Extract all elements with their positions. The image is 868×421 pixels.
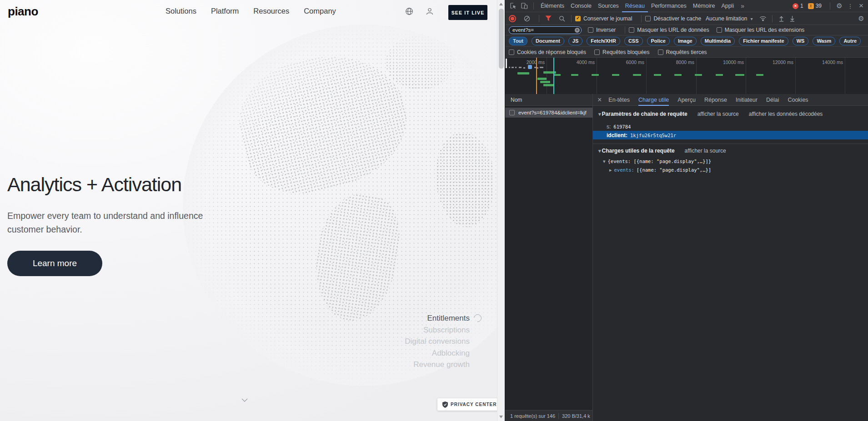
- detail-tab-payload[interactable]: Charge utile: [638, 94, 669, 106]
- chip-font[interactable]: Police: [647, 37, 670, 45]
- expand-arrow-icon[interactable]: [598, 111, 601, 117]
- scrollbar-up-arrow[interactable]: [499, 3, 503, 5]
- unchecked-checkbox-icon: [594, 50, 600, 55]
- kebab-menu-icon[interactable]: [845, 1, 856, 10]
- site-header: piano Solutions Platform Resources Compa…: [0, 0, 505, 22]
- unchecked-checkbox-icon[interactable]: [509, 110, 515, 115]
- hide-data-urls-checkbox[interactable]: Masquer les URL de données: [629, 27, 709, 33]
- detail-tab-response[interactable]: Réponse: [704, 94, 727, 106]
- site-nav: Solutions Platform Resources Company: [166, 0, 336, 22]
- overview-drag-handle[interactable]: [506, 59, 507, 68]
- detail-tab-timing[interactable]: Délai: [766, 94, 779, 106]
- payload-json-root[interactable]: {events: [{name: "page.display",…}]}: [603, 158, 711, 164]
- page-scrollbar[interactable]: [497, 0, 505, 421]
- preserve-log-checkbox[interactable]: Conserver le journal: [575, 15, 632, 22]
- request-payload-section-header[interactable]: Charges utiles de la requête afficher la…: [598, 148, 726, 154]
- chip-media[interactable]: Multimédia: [701, 37, 735, 45]
- device-toolbar-icon[interactable]: [519, 1, 530, 10]
- chip-document[interactable]: Document: [532, 37, 564, 45]
- view-source-link[interactable]: afficher la source: [685, 148, 726, 154]
- account-person-icon[interactable]: [426, 7, 434, 15]
- scrollbar-down-arrow[interactable]: [499, 416, 503, 418]
- blocked-response-cookies-checkbox[interactable]: Cookies de réponse bloqués: [509, 49, 586, 55]
- tab-application[interactable]: Appli: [718, 0, 737, 12]
- learn-more-button[interactable]: Learn more: [7, 251, 102, 276]
- chip-ws[interactable]: WS: [793, 37, 809, 45]
- expand-arrow-icon[interactable]: [603, 158, 606, 164]
- timeline-tick: 4000 ms: [567, 59, 595, 65]
- tab-performance[interactable]: Performances: [648, 0, 690, 12]
- more-tabs-icon[interactable]: [737, 1, 748, 10]
- tab-network[interactable]: Réseau: [622, 0, 648, 12]
- filter-funnel-icon[interactable]: [543, 14, 554, 23]
- feature-rotator: Entitlements Subscriptions Digital conve…: [405, 312, 470, 371]
- tab-sources[interactable]: Sources: [595, 0, 622, 12]
- view-decoded-link[interactable]: afficher les données décodées: [749, 111, 823, 117]
- import-har-icon[interactable]: [776, 14, 787, 23]
- settings-gear-icon[interactable]: [834, 1, 845, 10]
- close-detail-icon[interactable]: [597, 96, 602, 104]
- disable-cache-checkbox[interactable]: Désactiver le cache: [645, 15, 701, 22]
- detail-tab-preview[interactable]: Aperçu: [677, 94, 696, 106]
- globe-continent-shape: [227, 39, 421, 206]
- hide-extension-urls-checkbox[interactable]: Masquer les URL des extensions: [717, 27, 805, 33]
- param-row-idclient[interactable]: idclient: 1kjfu26r5tq5w21r: [593, 131, 868, 139]
- nav-resources[interactable]: Resources: [253, 7, 289, 15]
- tab-memory[interactable]: Mémoire: [690, 0, 718, 12]
- scroll-down-chevron-icon[interactable]: [241, 398, 248, 402]
- detail-tab-headers[interactable]: En-têtes: [608, 94, 630, 106]
- network-settings-gear-icon[interactable]: [856, 14, 867, 23]
- nav-company[interactable]: Company: [304, 7, 336, 15]
- language-globe-icon[interactable]: [405, 7, 413, 15]
- collapsed-arrow-icon[interactable]: [609, 167, 612, 173]
- blocked-requests-checkbox[interactable]: Requêtes bloquées: [594, 49, 649, 55]
- throttling-dropdown[interactable]: Aucune limitation: [706, 15, 753, 22]
- nav-platform[interactable]: Platform: [211, 7, 239, 15]
- payload-events-node[interactable]: events: [{name: "page.display",…}]: [609, 167, 711, 173]
- privacy-center-button[interactable]: PRIVACY CENTER: [437, 398, 502, 411]
- issues-badge[interactable]: 39: [808, 3, 822, 9]
- separator: [558, 413, 559, 419]
- chip-manifest[interactable]: Fichier manifeste: [739, 37, 788, 45]
- tab-elements[interactable]: Éléments: [537, 0, 567, 12]
- third-party-requests-checkbox[interactable]: Requêtes tierces: [658, 49, 707, 55]
- close-devtools-icon[interactable]: [856, 1, 867, 10]
- query-string-section-header[interactable]: Paramètres de chaîne de requête afficher…: [598, 111, 823, 117]
- shield-icon: [442, 401, 448, 408]
- clear-filter-icon[interactable]: [575, 28, 580, 33]
- chip-js[interactable]: JS: [568, 37, 582, 45]
- clear-network-log-icon[interactable]: [522, 14, 532, 23]
- see-it-live-button[interactable]: SEE IT LIVE: [448, 5, 487, 20]
- chip-all[interactable]: Tout: [509, 37, 527, 45]
- detail-tab-initiator[interactable]: Initiateur: [736, 94, 758, 106]
- globe-continent-shape: [386, 35, 454, 89]
- network-filter-input[interactable]: [509, 26, 582, 34]
- separator: [772, 15, 773, 22]
- page-scrollbar-thumb[interactable]: [499, 9, 504, 69]
- error-badge[interactable]: 1: [793, 3, 803, 9]
- invert-checkbox[interactable]: Inverser: [588, 27, 616, 33]
- request-table-header[interactable]: Nom: [505, 94, 593, 106]
- view-source-link[interactable]: afficher la source: [697, 111, 739, 117]
- section-divider: [593, 144, 868, 144]
- nav-solutions[interactable]: Solutions: [166, 7, 196, 15]
- chip-wasm[interactable]: Wasm: [813, 37, 835, 45]
- search-icon[interactable]: [557, 14, 567, 23]
- expand-arrow-icon[interactable]: [598, 148, 601, 154]
- chip-image[interactable]: Image: [674, 37, 697, 45]
- chip-fetch-xhr[interactable]: Fetch/XHR: [587, 37, 620, 45]
- inspect-element-icon[interactable]: [508, 1, 519, 10]
- detail-tab-cookies[interactable]: Cookies: [788, 94, 808, 106]
- request-name: event?s=619784&idclient=lkjf…: [518, 110, 587, 115]
- network-conditions-icon[interactable]: [758, 14, 768, 23]
- transferred-size: 320 B/31,4 k: [562, 413, 590, 419]
- chip-css[interactable]: CSS: [624, 37, 643, 45]
- export-har-icon[interactable]: [787, 14, 798, 23]
- param-row-s[interactable]: s: 619784: [593, 122, 868, 131]
- piano-logo[interactable]: piano: [8, 5, 38, 19]
- tab-console[interactable]: Console: [567, 0, 595, 12]
- network-overview-timeline[interactable]: 2000 ms 4000 ms 6000 ms 8000 ms 10000 ms…: [505, 58, 868, 94]
- request-row[interactable]: event?s=619784&idclient=lkjf…: [505, 108, 593, 118]
- record-network-log-icon[interactable]: [509, 15, 516, 22]
- chip-other[interactable]: Autre: [839, 37, 861, 45]
